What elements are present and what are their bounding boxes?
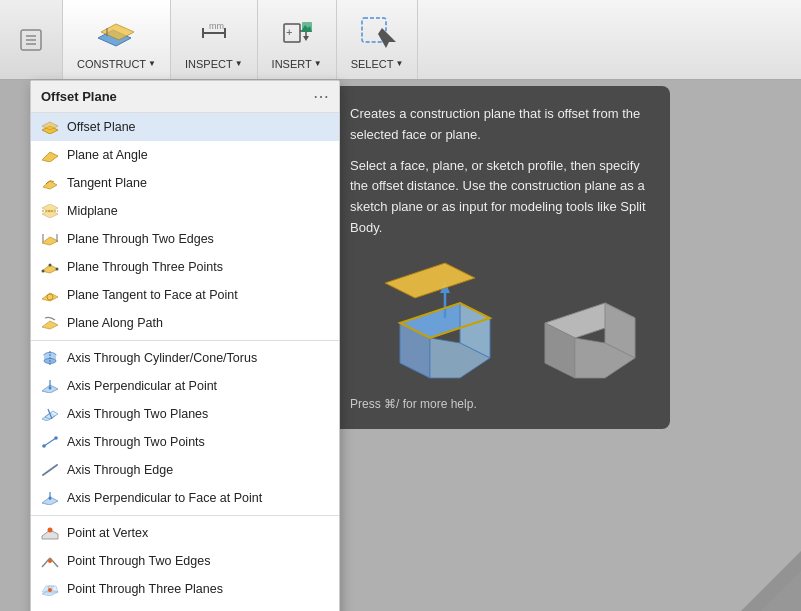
insert-label: INSERT ▼ [272, 58, 322, 70]
svg-point-51 [54, 436, 58, 440]
inspect-label: INSPECT ▼ [185, 58, 243, 70]
axis-two-points-label: Axis Through Two Points [67, 435, 205, 449]
point-vertex-icon [41, 524, 59, 542]
help-text-1: Creates a construction plane that is off… [350, 104, 650, 146]
svg-point-34 [49, 264, 52, 267]
plane-at-angle-icon [41, 146, 59, 164]
svg-line-53 [43, 465, 57, 475]
axis-cylinder-icon [41, 349, 59, 367]
menu-header: Offset Plane ⋯ [31, 81, 339, 113]
axis-perp-face-label: Axis Perpendicular to Face at Point [67, 491, 262, 505]
menu-item-axis-two-points[interactable]: Axis Through Two Points [31, 428, 339, 456]
svg-point-61 [48, 559, 52, 563]
toolbar: CONSTRUCT ▼ mm INSPECT ▼ + [0, 0, 801, 80]
menu-header-title: Offset Plane [41, 89, 117, 104]
plane-at-angle-label: Plane at Angle [67, 148, 148, 162]
svg-point-45 [49, 387, 52, 390]
offset-plane-icon [41, 118, 59, 136]
select-icon [354, 10, 400, 56]
svg-text:+: + [286, 26, 292, 38]
svg-marker-24 [42, 152, 58, 162]
corner-decoration [701, 511, 801, 611]
menu-item-plane-three-points[interactable]: Plane Through Three Points [31, 253, 339, 281]
select-label: SELECT ▼ [351, 58, 404, 70]
menu-item-plane-tangent-face[interactable]: Plane Tangent to Face at Point [31, 281, 339, 309]
menu-item-axis-two-planes[interactable]: Axis Through Two Planes [31, 400, 339, 428]
axis-edge-label: Axis Through Edge [67, 463, 173, 477]
svg-marker-14 [303, 36, 309, 41]
separator-1 [31, 340, 339, 341]
point-two-edges-label: Point Through Two Edges [67, 554, 210, 568]
plane-three-points-icon [41, 258, 59, 276]
svg-marker-78 [385, 263, 475, 298]
plane-tangent-face-label: Plane Tangent to Face at Point [67, 288, 238, 302]
menu-item-offset-plane[interactable]: Offset Plane [31, 113, 339, 141]
toolbar-back[interactable] [0, 0, 63, 79]
plane-three-points-label: Plane Through Three Points [67, 260, 223, 274]
svg-point-35 [56, 268, 59, 271]
axis-edge-icon [41, 461, 59, 479]
toolbar-select[interactable]: SELECT ▼ [337, 0, 419, 79]
svg-point-56 [49, 497, 52, 500]
offset-plane-label: Offset Plane [67, 120, 136, 134]
construct-label: CONSTRUCT ▼ [77, 58, 156, 70]
menu-item-axis-perp-point[interactable]: Axis Perpendicular at Point [31, 372, 339, 400]
point-three-planes-icon [41, 580, 59, 598]
plane-along-path-icon [41, 314, 59, 332]
menu-item-plane-two-edges[interactable]: Plane Through Two Edges [31, 225, 339, 253]
plane-two-edges-icon [41, 230, 59, 248]
help-svg [360, 258, 640, 383]
svg-marker-29 [42, 237, 58, 245]
plane-along-path-label: Plane Along Path [67, 316, 163, 330]
menu-item-plane-along-path[interactable]: Plane Along Path [31, 309, 339, 337]
tangent-plane-label: Tangent Plane [67, 176, 147, 190]
inspect-icon: mm [191, 10, 237, 56]
menu-item-plane-at-angle[interactable]: Plane at Angle [31, 141, 339, 169]
menu-item-point-two-edges[interactable]: Point Through Two Edges [31, 547, 339, 575]
svg-point-58 [48, 528, 53, 533]
svg-point-65 [48, 588, 52, 592]
menu-item-axis-cylinder[interactable]: Axis Through Cylinder/Cone/Torus [31, 344, 339, 372]
toolbar-insert[interactable]: + INSERT ▼ [258, 0, 337, 79]
axis-two-points-icon [41, 433, 59, 451]
construct-dropdown: Offset Plane ⋯ Offset Plane Plane at Ang… [30, 80, 340, 611]
tangent-plane-icon [41, 174, 59, 192]
help-panel: Creates a construction plane that is off… [330, 86, 670, 429]
menu-item-point-vertex[interactable]: Point at Vertex [31, 519, 339, 547]
menu-more-button[interactable]: ⋯ [313, 87, 329, 106]
back-icon [8, 17, 54, 63]
menu-item-tangent-plane[interactable]: Tangent Plane [31, 169, 339, 197]
svg-marker-38 [42, 321, 58, 329]
insert-icon: + [274, 10, 320, 56]
svg-marker-25 [43, 181, 57, 189]
menu-item-axis-perp-face[interactable]: Axis Perpendicular to Face at Point [31, 484, 339, 512]
help-footer: Press ⌘/ for more help. [350, 397, 650, 411]
svg-point-50 [42, 444, 46, 448]
help-text-2: Select a face, plane, or sketch profile,… [350, 156, 650, 239]
plane-two-edges-label: Plane Through Two Edges [67, 232, 214, 246]
svg-point-33 [42, 270, 45, 273]
menu-item-axis-edge[interactable]: Axis Through Edge [31, 456, 339, 484]
midplane-icon [41, 202, 59, 220]
axis-perp-point-label: Axis Perpendicular at Point [67, 379, 217, 393]
help-illustration [350, 253, 650, 383]
point-vertex-label: Point at Vertex [67, 526, 148, 540]
axis-perp-point-icon [41, 377, 59, 395]
separator-2 [31, 515, 339, 516]
toolbar-construct[interactable]: CONSTRUCT ▼ [63, 0, 171, 79]
menu-item-point-three-planes[interactable]: Point Through Three Planes [31, 575, 339, 603]
svg-text:mm: mm [209, 21, 224, 31]
menu-item-midplane[interactable]: Midplane [31, 197, 339, 225]
construct-icon [93, 10, 139, 56]
axis-cylinder-label: Axis Through Cylinder/Cone/Torus [67, 351, 257, 365]
point-two-edges-icon [41, 552, 59, 570]
svg-line-49 [44, 438, 56, 446]
midplane-label: Midplane [67, 204, 118, 218]
help-description: Creates a construction plane that is off… [350, 104, 650, 239]
plane-tangent-face-icon [41, 286, 59, 304]
axis-two-planes-label: Axis Through Two Planes [67, 407, 208, 421]
toolbar-inspect[interactable]: mm INSPECT ▼ [171, 0, 258, 79]
svg-marker-19 [378, 28, 396, 48]
axis-perp-face-icon [41, 489, 59, 507]
menu-item-point-center[interactable]: Point at Center of Circle/Sphere/Torus [31, 603, 339, 611]
